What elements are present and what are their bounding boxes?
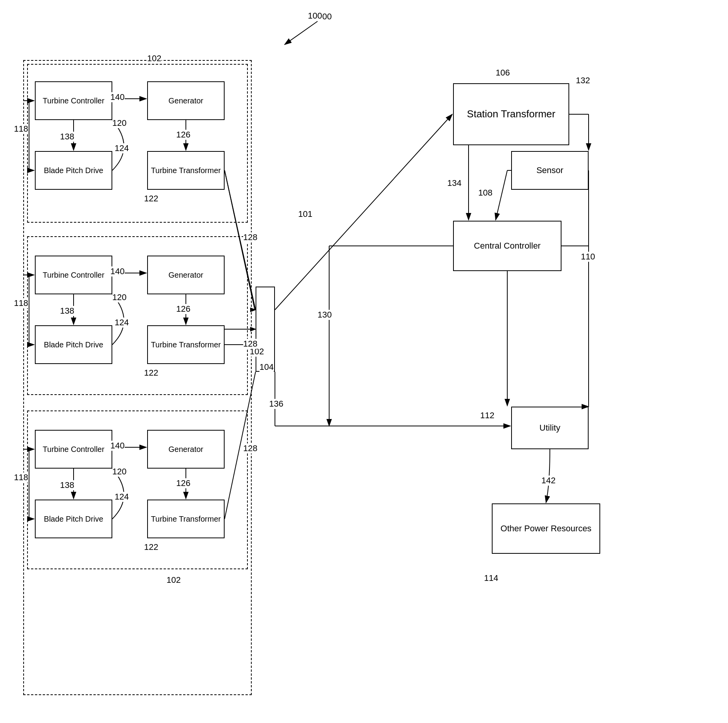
ref-label-122c: 122	[144, 542, 158, 552]
ref-label-132: 132	[576, 76, 590, 86]
ref-label-136: 136	[269, 399, 283, 409]
ref-label-118b: 118	[14, 298, 28, 308]
station-transformer: Station Transformer	[453, 83, 569, 145]
ref-label-120c: 120	[112, 467, 127, 477]
ref-label-128c: 128	[243, 443, 258, 453]
ref-label-126b: 126	[176, 304, 191, 314]
ref-label-118a: 118	[14, 124, 28, 134]
ref-label-134: 134	[447, 178, 462, 188]
turbine-transformer-2: Turbine Transformer	[147, 325, 225, 364]
ref-label-122b: 122	[144, 368, 158, 378]
svg-line-31	[496, 170, 507, 220]
turbine-transformer-1: Turbine Transformer	[147, 151, 225, 190]
ref-label-118c: 118	[14, 472, 28, 483]
blade-pitch-1: Blade Pitch Drive	[35, 151, 112, 190]
ref-label-128b: 128	[243, 339, 258, 349]
ref-label-138a: 138	[60, 132, 74, 142]
ref-label-108: 108	[478, 188, 493, 198]
other-power: Other Power Resources	[492, 503, 600, 554]
bus-bar	[256, 287, 275, 372]
ref-label-110: 110	[581, 252, 595, 262]
ref-label-130: 130	[318, 310, 332, 320]
ref-label-138b: 138	[60, 306, 74, 316]
turbine-controller-2: Turbine Controller	[35, 256, 112, 294]
generator-2: Generator	[147, 256, 225, 294]
ref-label-102-bot: 102	[167, 575, 181, 585]
ref-label-124b: 124	[115, 318, 129, 328]
ref-label-140b: 140	[110, 266, 125, 276]
ref-label-114: 114	[484, 573, 498, 583]
ref-label-100: 100	[308, 11, 322, 21]
utility: Utility	[511, 407, 589, 449]
ref-label-124c: 124	[115, 492, 129, 502]
blade-pitch-3: Blade Pitch Drive	[35, 500, 112, 538]
ref-label-138c: 138	[60, 480, 74, 490]
ref-label-102-top: 102	[147, 53, 161, 64]
ref-label-101: 101	[298, 209, 312, 219]
ref-label-112: 112	[480, 410, 494, 421]
ref-label-126a: 126	[176, 130, 191, 140]
ref-label-140c: 140	[110, 441, 125, 451]
ref-label-140a: 140	[110, 92, 125, 102]
ref-label-122a: 122	[144, 194, 158, 204]
svg-line-2	[285, 21, 318, 45]
turbine-transformer-3: Turbine Transformer	[147, 500, 225, 538]
central-controller: Central Controller	[453, 221, 561, 271]
diagram: 100 Turbine Controller Generator Blade P…	[0, 0, 728, 723]
ref-label-104: 104	[259, 362, 274, 372]
ref-label-120a: 120	[112, 118, 127, 128]
turbine-controller-3: Turbine Controller	[35, 430, 112, 469]
ref-label-126c: 126	[176, 478, 191, 488]
sensor: Sensor	[511, 151, 589, 190]
turbine-controller-1: Turbine Controller	[35, 81, 112, 120]
ref-label-124a: 124	[115, 143, 129, 153]
ref-label-120b: 120	[112, 292, 127, 302]
generator-3: Generator	[147, 430, 225, 469]
ref-label-142: 142	[541, 476, 556, 486]
generator-1: Generator	[147, 81, 225, 120]
blade-pitch-2: Blade Pitch Drive	[35, 325, 112, 364]
ref-label-128a: 128	[243, 232, 258, 242]
ref-label-106: 106	[496, 68, 510, 78]
